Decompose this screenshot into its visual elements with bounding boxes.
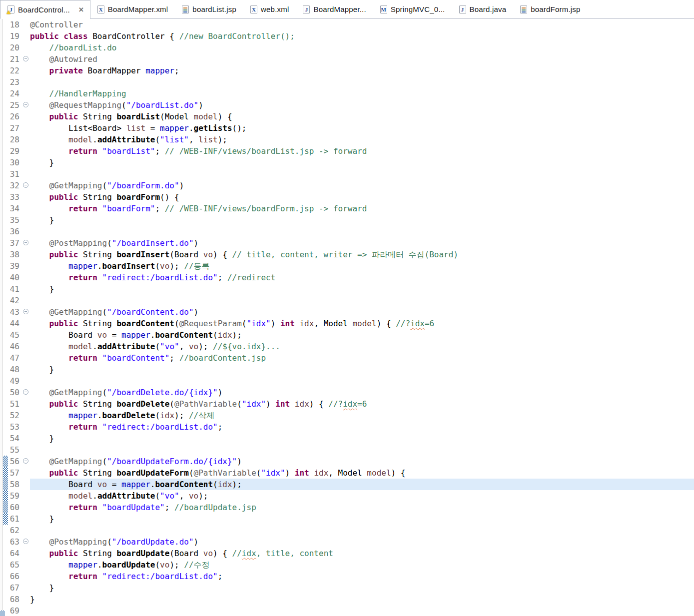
fold-column	[22, 283, 30, 295]
quickdiff-column	[3, 571, 8, 582]
quickdiff-changed-marker	[3, 490, 8, 502]
code-text[interactable]: @GetMapping("/boardForm.do")	[30, 180, 694, 191]
fold-collapse-icon[interactable]	[23, 309, 28, 314]
code-text[interactable]: Board vo = mapper.boardContent(idx);	[30, 329, 694, 341]
quickdiff-column	[3, 536, 8, 548]
code-text[interactable]: @PostMapping("/boardUpdate.do")	[30, 536, 694, 548]
line-number: 31	[8, 168, 22, 180]
code-text[interactable]: model.addAttribute("list", list);	[30, 134, 694, 145]
code-text[interactable]	[30, 226, 694, 237]
jsp-file-icon	[520, 5, 527, 13]
fold-column	[22, 203, 30, 214]
code-line-43: 43 @GetMapping("/boardContent.do")	[0, 306, 694, 318]
code-text[interactable]: }	[30, 594, 694, 605]
code-text[interactable]: @Controller	[30, 19, 694, 30]
tab-boardform-jsp[interactable]: boardForm.jsp	[513, 0, 587, 18]
tab-boardmapper[interactable]: JBoardMapper...	[296, 0, 373, 18]
close-icon[interactable]: ✕	[77, 6, 85, 13]
code-text[interactable]: }	[30, 283, 694, 295]
code-text[interactable]: //HandlerMapping	[30, 88, 694, 99]
code-text[interactable]: public String boardForm() {	[30, 191, 694, 203]
editor-tab-bar: JBoardControl...✕XBoardMapper.xmlboardLi…	[0, 0, 694, 19]
quickdiff-column	[3, 145, 8, 157]
quickdiff-column	[3, 387, 8, 398]
code-text[interactable]: return "redirect:/boardList.do";	[30, 421, 694, 433]
line-number: 29	[8, 145, 22, 157]
tab-boardlist-jsp[interactable]: boardList.jsp	[175, 0, 243, 18]
line-number: 61	[8, 513, 22, 525]
fold-collapse-icon[interactable]	[23, 389, 28, 395]
code-text[interactable]: }	[30, 214, 694, 226]
code-text[interactable]: return "boardContent"; //boardContent.js…	[30, 352, 694, 364]
code-line-44: 44 public String boardContent(@RequestPa…	[0, 318, 694, 329]
fold-column	[22, 42, 30, 53]
code-text[interactable]	[30, 295, 694, 306]
code-text[interactable]: public String boardContent(@RequestParam…	[30, 318, 694, 329]
line-number: 58	[8, 479, 22, 490]
line-number: 45	[8, 329, 22, 341]
code-line-20: 20 //boardList.do	[0, 42, 694, 53]
code-text[interactable]: @PostMapping("/boardInsert.do")	[30, 237, 694, 249]
code-text[interactable]: model.addAttribute("vo", vo);	[30, 490, 694, 502]
code-text[interactable]: @GetMapping("/boardDelete.do/{idx}")	[30, 387, 694, 398]
code-text[interactable]: @RequestMapping("/boardList.do")	[30, 99, 694, 111]
code-text[interactable]: public String boardUpdate(Board vo) { //…	[30, 548, 694, 559]
code-line-41: 41 }	[0, 283, 694, 295]
code-text[interactable]: private BoardMapper mapper;	[30, 65, 694, 76]
code-text[interactable]	[30, 168, 694, 180]
code-text[interactable]	[30, 76, 694, 88]
code-text[interactable]: @Autowired	[30, 53, 694, 65]
code-text[interactable]: public String boardInsert(Board vo) { //…	[30, 249, 694, 260]
code-text[interactable]: mapper.boardUpdate(vo); //수정	[30, 559, 694, 571]
code-text[interactable]: }	[30, 364, 694, 375]
code-text[interactable]: }	[30, 513, 694, 525]
code-text[interactable]: mapper.boardInsert(vo); //등록	[30, 260, 694, 272]
quickdiff-column	[3, 444, 8, 456]
tab-boardcontrol[interactable]: JBoardControl...✕	[0, 0, 90, 19]
code-text[interactable]: //boardList.do	[30, 42, 694, 53]
code-line-57: 57 public String boardUpdateForm(@PathVa…	[0, 467, 694, 479]
line-number: 27	[8, 122, 22, 134]
fold-collapse-icon[interactable]	[23, 539, 28, 544]
fold-collapse-icon[interactable]	[23, 56, 28, 61]
code-text[interactable]	[30, 525, 694, 536]
code-text[interactable]: }	[30, 582, 694, 594]
code-text[interactable]	[30, 375, 694, 387]
fold-column	[22, 76, 30, 88]
tab-springmvc-0[interactable]: MSpringMVC_0...	[373, 0, 452, 18]
quickdiff-column	[3, 203, 8, 214]
fold-collapse-icon[interactable]	[23, 240, 28, 245]
quickdiff-column	[3, 398, 8, 410]
code-text[interactable]: Board vo = mapper.boardContent(idx);	[30, 479, 694, 490]
tab-web-xml[interactable]: Xweb.xml	[243, 0, 296, 18]
code-line-67: 67 }	[0, 582, 694, 594]
code-text[interactable]: mapper.boardDelete(idx); //삭제	[30, 410, 694, 421]
fold-collapse-icon[interactable]	[23, 458, 28, 464]
code-text[interactable]: return "boardUpdate"; //boardUpdate.jsp	[30, 502, 694, 513]
code-text[interactable]: List<Board> list = mapper.getLists();	[30, 122, 694, 134]
code-text[interactable]: }	[30, 433, 694, 444]
quickdiff-column	[3, 122, 8, 134]
code-text[interactable]: public class BoardController { //new Boa…	[30, 30, 694, 42]
fold-column	[22, 605, 30, 616]
code-text[interactable]: public String boardDelete(@PathVariable(…	[30, 398, 694, 410]
tab-board-java[interactable]: JBoard.java	[452, 0, 514, 18]
line-number: 53	[8, 421, 22, 433]
code-text[interactable]: model.addAttribute("vo", vo); //${vo.idx…	[30, 341, 694, 352]
fold-collapse-icon[interactable]	[23, 102, 28, 107]
code-text[interactable]: return "boardForm"; // /WEB-INF/views/bo…	[30, 203, 694, 214]
tab-boardmapper-xml[interactable]: XBoardMapper.xml	[90, 0, 175, 18]
code-text[interactable]: return "redirect:/boardList.do"; //redir…	[30, 272, 694, 283]
line-number: 69	[8, 605, 22, 616]
code-text[interactable]: return "redirect:/boardList.do";	[30, 571, 694, 582]
code-text[interactable]: }	[30, 157, 694, 168]
code-text[interactable]: public String boardUpdateForm(@PathVaria…	[30, 467, 694, 479]
fold-column	[22, 387, 30, 398]
code-text[interactable]: @GetMapping("/boardUpdateForm.do/{idx}")	[30, 456, 694, 467]
code-text[interactable]: public String boardList(Model model) {	[30, 111, 694, 122]
code-text[interactable]: return "boardList"; // /WEB-INF/views/bo…	[30, 145, 694, 157]
code-text[interactable]	[30, 605, 694, 616]
fold-collapse-icon[interactable]	[23, 182, 28, 188]
code-text[interactable]	[30, 444, 694, 456]
code-text[interactable]: @GetMapping("/boardContent.do")	[30, 306, 694, 318]
